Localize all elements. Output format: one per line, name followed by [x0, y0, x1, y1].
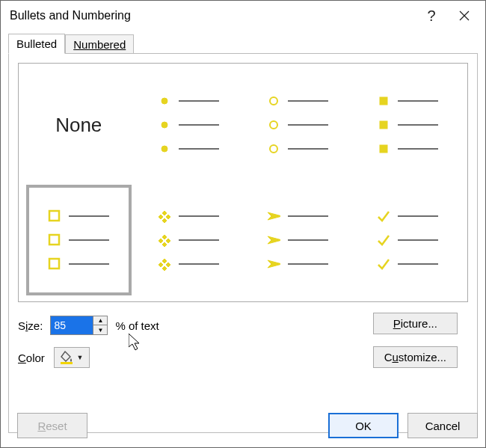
dropdown-icon: ▼: [76, 354, 83, 361]
svg-rect-9: [380, 121, 387, 129]
reset-button: Reset: [17, 413, 87, 438]
size-label: Size:: [18, 319, 43, 332]
svg-point-3: [162, 122, 167, 128]
svg-rect-13: [49, 259, 59, 269]
none-label: None: [55, 114, 102, 137]
svg-marker-15: [159, 215, 163, 219]
color-label: Color: [18, 352, 45, 364]
svg-marker-28: [268, 260, 280, 268]
bullet-option-dot[interactable]: [136, 70, 242, 180]
svg-marker-23: [159, 263, 163, 267]
svg-marker-17: [162, 218, 167, 223]
svg-marker-25: [162, 266, 167, 271]
svg-point-5: [270, 97, 277, 105]
dialog-button-bar: Reset OK Cancel: [8, 413, 478, 438]
svg-rect-11: [49, 211, 59, 221]
bullet-option-hollow-square[interactable]: [26, 185, 132, 295]
bullet-option-check[interactable]: [355, 185, 461, 295]
svg-marker-19: [159, 239, 163, 243]
svg-marker-26: [268, 212, 280, 220]
ok-button[interactable]: OK: [328, 413, 399, 438]
bullet-option-diamond-cluster[interactable]: [136, 185, 242, 295]
svg-marker-21: [162, 242, 167, 247]
tab-panel: None: [8, 53, 478, 433]
svg-point-2: [162, 98, 167, 104]
dialog-window: Bullets and Numbering ? Bulleted Numbere…: [0, 0, 486, 448]
size-input[interactable]: [51, 316, 93, 334]
spinner-up-button[interactable]: ▲: [93, 316, 107, 325]
color-picker-button[interactable]: ▼: [54, 347, 90, 368]
dialog-title: Bullets and Numbering: [10, 9, 415, 22]
svg-rect-10: [380, 145, 387, 153]
tab-bulleted[interactable]: Bulleted: [8, 34, 65, 54]
svg-rect-12: [49, 235, 59, 245]
bullet-gallery: None: [18, 63, 468, 302]
bullet-option-arrow[interactable]: [245, 185, 351, 295]
svg-rect-29: [61, 362, 73, 364]
svg-marker-24: [166, 263, 170, 267]
bullet-option-square[interactable]: [355, 70, 461, 180]
svg-marker-18: [162, 235, 167, 239]
bullet-option-circle[interactable]: [245, 70, 351, 180]
svg-marker-27: [268, 236, 280, 244]
svg-marker-22: [162, 259, 167, 263]
tab-strip: Bulleted Numbered: [1, 31, 485, 53]
close-icon: [459, 10, 470, 21]
size-row: Size: ▲ ▼ % of text Picture... Customize…: [18, 316, 468, 335]
close-button[interactable]: [448, 3, 481, 28]
svg-point-4: [162, 146, 167, 152]
picture-button[interactable]: Picture...: [373, 313, 458, 334]
paint-bucket-icon: [60, 350, 75, 365]
titlebar: Bullets and Numbering ?: [1, 1, 485, 31]
help-button[interactable]: ?: [415, 3, 448, 28]
svg-rect-8: [380, 97, 387, 105]
size-spinner[interactable]: ▲ ▼: [50, 316, 108, 335]
customize-button[interactable]: Customize...: [373, 346, 458, 368]
spinner-down-button[interactable]: ▼: [93, 325, 107, 334]
svg-point-7: [270, 145, 277, 153]
cancel-button[interactable]: Cancel: [407, 413, 478, 438]
size-suffix: % of text: [115, 319, 159, 332]
svg-marker-14: [162, 211, 167, 215]
svg-point-6: [270, 121, 277, 129]
tab-numbered[interactable]: Numbered: [65, 34, 134, 54]
svg-marker-20: [166, 239, 170, 243]
svg-marker-16: [166, 215, 170, 219]
bullet-option-none[interactable]: None: [26, 70, 132, 180]
